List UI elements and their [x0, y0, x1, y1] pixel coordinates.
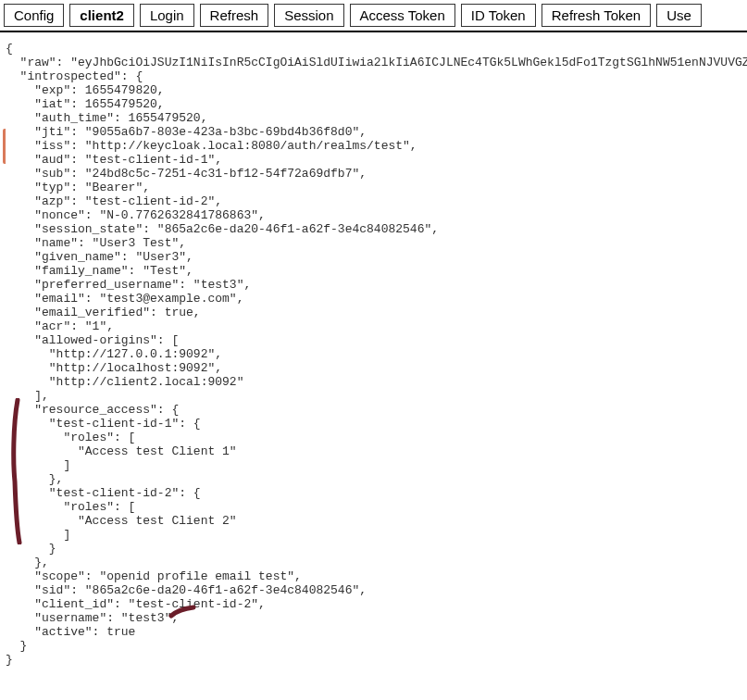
- json-pre: { "raw": "eyJhbGciOiJSUzI1NiIsInR5cCIgOi…: [6, 42, 747, 667]
- tab-client2[interactable]: client2: [69, 4, 134, 27]
- tab-use[interactable]: Use: [656, 4, 702, 27]
- tab-refresh[interactable]: Refresh: [200, 4, 269, 27]
- tab-refresh-token[interactable]: Refresh Token: [542, 4, 651, 27]
- tab-access-token[interactable]: Access Token: [350, 4, 455, 27]
- tab-login[interactable]: Login: [140, 4, 194, 27]
- tab-id-token[interactable]: ID Token: [461, 4, 536, 27]
- json-output: { "raw": "eyJhbGciOiJSUzI1NiIsInR5cCIgOi…: [0, 32, 747, 667]
- tab-row: Config client2 Login Refresh Session Acc…: [0, 0, 747, 32]
- tab-session[interactable]: Session: [274, 4, 343, 27]
- tab-config[interactable]: Config: [4, 4, 64, 27]
